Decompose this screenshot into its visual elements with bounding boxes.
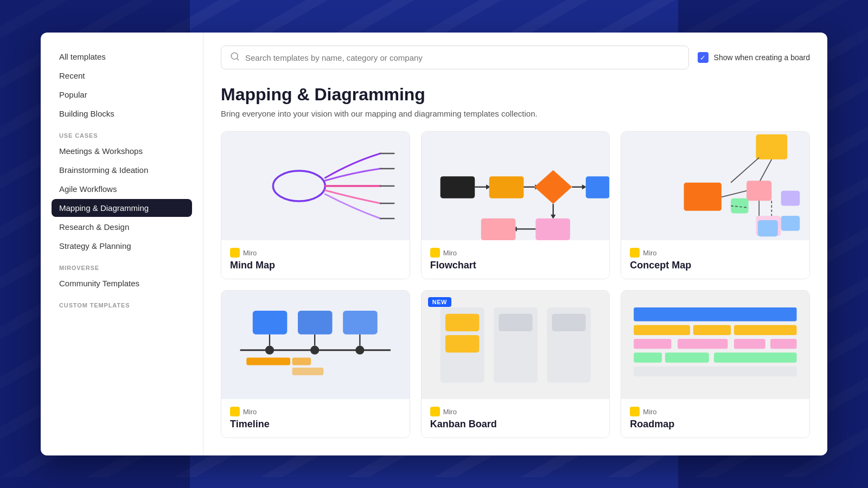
svg-marker-14 — [534, 170, 572, 204]
template-author-timeline: Miro — [230, 407, 401, 416]
template-name-flowchart: Flowchart — [430, 260, 601, 271]
svg-line-26 — [731, 158, 760, 183]
svg-rect-31 — [731, 198, 749, 214]
template-thumb-mind-map — [221, 132, 410, 240]
miroverse-section-label: MIROVERSE — [52, 256, 192, 274]
template-thumb-timeline — [221, 291, 410, 399]
svg-rect-68 — [665, 352, 709, 362]
custom-templates-section-label: CUSTOM TEMPLATES — [52, 293, 192, 312]
svg-rect-39 — [253, 310, 288, 334]
sidebar-item-recent[interactable]: Recent — [52, 67, 192, 85]
sidebar-item-meetings-workshops[interactable]: Meetings & Workshops — [52, 142, 192, 160]
svg-rect-32 — [758, 221, 778, 237]
sidebar-item-all-templates[interactable]: All templates — [52, 48, 192, 66]
use-cases-section-label: USE CASES — [52, 124, 192, 142]
svg-line-33 — [722, 191, 746, 197]
author-icon-mind-map — [230, 248, 240, 258]
template-thumb-roadmap — [621, 291, 809, 399]
svg-rect-64 — [678, 338, 727, 348]
template-info-concept-map: Miro Concept Map — [621, 240, 809, 279]
svg-rect-58 — [552, 313, 585, 331]
sidebar-item-popular[interactable]: Popular — [52, 86, 192, 104]
template-info-kanban: Miro Kanban Board — [422, 399, 610, 438]
author-name-timeline: Miro — [243, 408, 257, 416]
svg-rect-11 — [489, 177, 524, 198]
svg-rect-17 — [585, 177, 609, 198]
template-card-concept-map[interactable]: Miro Concept Map — [621, 131, 810, 279]
svg-rect-57 — [499, 313, 532, 331]
template-thumb-concept-map — [621, 132, 809, 240]
author-name-mind-map: Miro — [243, 249, 257, 257]
svg-rect-40 — [298, 310, 333, 334]
template-author-roadmap: Miro — [630, 407, 801, 416]
sidebar-item-research-design[interactable]: Research & Design — [52, 218, 192, 236]
svg-rect-70 — [634, 366, 796, 376]
svg-rect-50 — [292, 357, 311, 365]
template-card-roadmap[interactable]: Miro Roadmap — [621, 290, 810, 438]
author-name-concept-map: Miro — [643, 249, 656, 257]
author-icon-kanban — [430, 407, 440, 416]
svg-line-27 — [760, 159, 772, 183]
template-card-flowchart[interactable]: Miro Flowchart — [421, 131, 610, 279]
svg-rect-37 — [781, 191, 800, 206]
show-creating-board-label: Show when creating a board — [714, 53, 810, 62]
template-card-mind-map[interactable]: Miro Mind Map — [221, 131, 410, 279]
search-icon — [230, 52, 240, 63]
author-icon-timeline — [230, 407, 240, 416]
sidebar-item-brainstorming-ideation[interactable]: Brainstorming & Ideation — [52, 161, 192, 179]
svg-rect-55 — [445, 313, 479, 331]
author-name-flowchart: Miro — [443, 249, 457, 257]
search-input[interactable] — [245, 53, 680, 62]
sidebar-item-agile-workflows[interactable]: Agile Workflows — [52, 180, 192, 198]
author-icon-concept-map — [630, 248, 640, 258]
author-name-roadmap: Miro — [643, 408, 656, 416]
template-name-concept-map: Concept Map — [630, 260, 801, 271]
svg-rect-65 — [734, 338, 765, 348]
svg-point-44 — [310, 345, 319, 354]
svg-point-45 — [355, 345, 364, 354]
sidebar-item-mapping-diagramming[interactable]: Mapping & Diagramming — [52, 199, 192, 217]
template-thumb-flowchart — [422, 132, 610, 240]
template-name-roadmap: Roadmap — [630, 419, 801, 430]
svg-rect-69 — [714, 352, 797, 362]
main-content: ✓ Show when creating a board Mapping & D… — [203, 33, 827, 455]
search-bar[interactable] — [221, 46, 689, 69]
template-author-mind-map: Miro — [230, 248, 401, 258]
svg-marker-16 — [582, 185, 586, 190]
sidebar-item-strategy-planning[interactable]: Strategy & Planning — [52, 237, 192, 255]
svg-point-43 — [265, 345, 274, 354]
svg-marker-19 — [551, 215, 556, 219]
template-card-kanban[interactable]: NEW — [421, 290, 610, 438]
svg-rect-25 — [756, 134, 788, 159]
sidebar-item-building-blocks[interactable]: Building Blocks — [52, 105, 192, 123]
show-creating-board-checkbox[interactable]: ✓ — [698, 52, 709, 63]
template-info-timeline: Miro Timeline — [221, 399, 410, 438]
modal-container: All templates Recent Popular Building Bl… — [41, 33, 827, 455]
svg-rect-63 — [634, 338, 671, 348]
svg-rect-66 — [770, 338, 797, 348]
template-info-flowchart: Miro Flowchart — [422, 240, 610, 279]
svg-rect-20 — [535, 219, 570, 240]
author-icon-roadmap — [630, 407, 640, 416]
show-creating-board-option[interactable]: ✓ Show when creating a board — [698, 52, 810, 63]
search-header: ✓ Show when creating a board — [221, 46, 810, 69]
svg-rect-60 — [634, 325, 690, 335]
svg-rect-56 — [445, 335, 479, 352]
category-title: Mapping & Diagramming — [221, 85, 810, 105]
svg-rect-41 — [343, 310, 378, 334]
svg-line-1 — [237, 58, 238, 60]
svg-rect-24 — [481, 219, 515, 240]
template-thumb-kanban: NEW — [422, 291, 610, 399]
template-card-timeline[interactable]: Miro Timeline — [221, 290, 410, 438]
svg-rect-38 — [781, 216, 800, 231]
checkmark-icon: ✓ — [700, 54, 706, 62]
svg-rect-29 — [746, 181, 771, 201]
author-name-kanban: Miro — [443, 408, 457, 416]
author-icon-flowchart — [430, 248, 440, 258]
template-info-mind-map: Miro Mind Map — [221, 240, 410, 279]
svg-rect-8 — [440, 177, 475, 198]
template-info-roadmap: Miro Roadmap — [621, 399, 809, 438]
template-name-timeline: Timeline — [230, 419, 401, 430]
svg-rect-67 — [634, 352, 662, 362]
sidebar-item-community-templates[interactable]: Community Templates — [52, 274, 192, 292]
